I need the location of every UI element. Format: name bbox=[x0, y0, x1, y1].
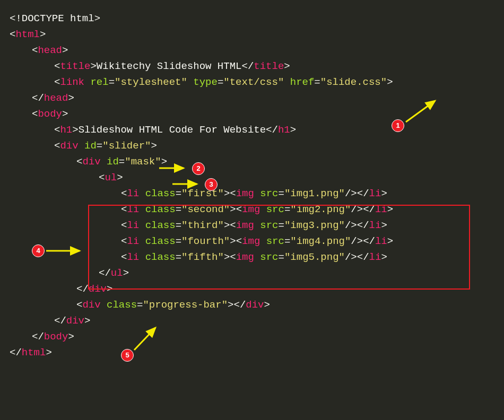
code-line: </html> bbox=[10, 345, 494, 361]
code-line: <div class="progress-bar"></div> bbox=[10, 297, 494, 313]
code-line: <title>Wikitechy Slideshow HTML</title> bbox=[10, 58, 494, 74]
code-line: <html> bbox=[10, 27, 494, 42]
svg-line-4 bbox=[134, 328, 155, 350]
code-line: <head> bbox=[10, 42, 494, 58]
code-line: </div> bbox=[10, 313, 494, 329]
arrow-icon bbox=[45, 246, 88, 256]
arrow-icon bbox=[171, 179, 203, 189]
annotation-marker-5: 5 bbox=[121, 349, 134, 362]
arrow-icon bbox=[130, 325, 162, 354]
annotation-marker-3: 3 bbox=[205, 178, 218, 191]
code-line: <div id="mask"> bbox=[10, 154, 494, 170]
arrow-icon bbox=[403, 98, 446, 125]
code-block: <!DOCTYPE html> <html> <head> <title>Wik… bbox=[10, 11, 494, 361]
code-line: <link rel="stylesheet" type="text/css" h… bbox=[10, 74, 494, 90]
code-line: <ul> bbox=[10, 170, 494, 186]
highlight-box bbox=[88, 205, 470, 290]
annotation-marker-1: 1 bbox=[392, 119, 404, 132]
code-line: <!DOCTYPE html> bbox=[10, 11, 494, 27]
code-line: <li class="first"><img src="img1.png"/><… bbox=[10, 186, 494, 202]
annotation-marker-2: 2 bbox=[192, 162, 205, 175]
code-line: </body> bbox=[10, 329, 494, 345]
annotation-marker-4: 4 bbox=[32, 244, 45, 257]
code-line: <div id="slider"> bbox=[10, 138, 494, 154]
svg-line-0 bbox=[406, 101, 435, 122]
arrow-icon bbox=[158, 163, 190, 173]
